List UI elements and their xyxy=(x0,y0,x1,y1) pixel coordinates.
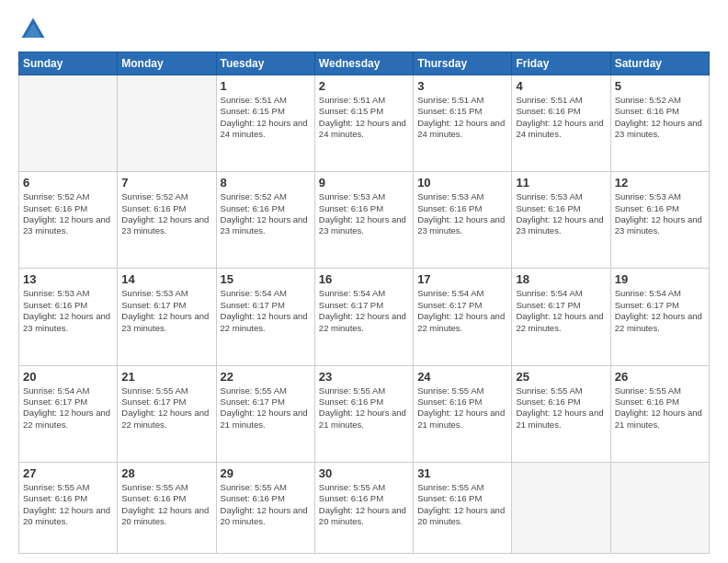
day-number: 20 xyxy=(23,370,113,384)
calendar-cell: 31Sunrise: 5:55 AM Sunset: 6:16 PM Dayli… xyxy=(414,462,512,553)
calendar-cell: 22Sunrise: 5:55 AM Sunset: 6:17 PM Dayli… xyxy=(216,365,314,462)
calendar-cell: 5Sunrise: 5:52 AM Sunset: 6:16 PM Daylig… xyxy=(610,75,709,172)
calendar-cell: 9Sunrise: 5:53 AM Sunset: 6:16 PM Daylig… xyxy=(314,172,413,269)
day-number: 16 xyxy=(319,272,409,286)
cell-details: Sunrise: 5:55 AM Sunset: 6:16 PM Dayligh… xyxy=(516,385,606,431)
cell-details: Sunrise: 5:51 AM Sunset: 6:16 PM Dayligh… xyxy=(516,95,606,140)
cell-details: Sunrise: 5:55 AM Sunset: 6:16 PM Dayligh… xyxy=(221,482,311,527)
cell-details: Sunrise: 5:52 AM Sunset: 6:16 PM Dayligh… xyxy=(121,191,211,236)
calendar-cell: 14Sunrise: 5:53 AM Sunset: 6:17 PM Dayli… xyxy=(118,269,216,365)
calendar-cell: 4Sunrise: 5:51 AM Sunset: 6:16 PM Daylig… xyxy=(512,75,610,172)
calendar-cell: 27Sunrise: 5:55 AM Sunset: 6:16 PM Dayli… xyxy=(19,462,118,553)
calendar-cell: 2Sunrise: 5:51 AM Sunset: 6:15 PM Daylig… xyxy=(314,75,413,172)
cell-details: Sunrise: 5:55 AM Sunset: 6:17 PM Dayligh… xyxy=(121,385,211,431)
cell-details: Sunrise: 5:55 AM Sunset: 6:16 PM Dayligh… xyxy=(417,385,507,431)
calendar-cell: 16Sunrise: 5:54 AM Sunset: 6:17 PM Dayli… xyxy=(314,269,413,365)
day-number: 9 xyxy=(319,176,409,190)
logo-icon xyxy=(18,15,48,44)
cell-details: Sunrise: 5:51 AM Sunset: 6:15 PM Dayligh… xyxy=(319,95,409,140)
day-number: 2 xyxy=(319,79,409,93)
calendar-cell: 6Sunrise: 5:52 AM Sunset: 6:16 PM Daylig… xyxy=(19,172,118,269)
cell-details: Sunrise: 5:52 AM Sunset: 6:16 PM Dayligh… xyxy=(615,95,705,140)
day-number: 25 xyxy=(516,370,606,384)
day-number: 11 xyxy=(516,176,606,190)
calendar-cell: 10Sunrise: 5:53 AM Sunset: 6:16 PM Dayli… xyxy=(414,172,512,269)
weekday-header: Tuesday xyxy=(216,52,314,75)
day-number: 28 xyxy=(121,466,211,480)
calendar-cell: 15Sunrise: 5:54 AM Sunset: 6:17 PM Dayli… xyxy=(216,269,314,365)
cell-details: Sunrise: 5:55 AM Sunset: 6:16 PM Dayligh… xyxy=(615,385,705,431)
cell-details: Sunrise: 5:55 AM Sunset: 6:16 PM Dayligh… xyxy=(23,482,113,527)
cell-details: Sunrise: 5:52 AM Sunset: 6:16 PM Dayligh… xyxy=(221,191,311,236)
calendar-week-row: 20Sunrise: 5:54 AM Sunset: 6:17 PM Dayli… xyxy=(19,365,710,462)
cell-details: Sunrise: 5:55 AM Sunset: 6:17 PM Dayligh… xyxy=(221,385,311,431)
cell-details: Sunrise: 5:53 AM Sunset: 6:16 PM Dayligh… xyxy=(516,191,606,236)
day-number: 10 xyxy=(417,176,507,190)
cell-details: Sunrise: 5:53 AM Sunset: 6:16 PM Dayligh… xyxy=(23,288,113,333)
day-number: 27 xyxy=(23,466,113,480)
calendar-cell: 12Sunrise: 5:53 AM Sunset: 6:16 PM Dayli… xyxy=(610,172,709,269)
calendar-cell: 1Sunrise: 5:51 AM Sunset: 6:15 PM Daylig… xyxy=(216,75,314,172)
calendar-cell: 24Sunrise: 5:55 AM Sunset: 6:16 PM Dayli… xyxy=(414,365,512,462)
weekday-header: Friday xyxy=(512,52,610,75)
cell-details: Sunrise: 5:55 AM Sunset: 6:16 PM Dayligh… xyxy=(319,385,409,431)
day-number: 4 xyxy=(516,79,606,93)
day-number: 17 xyxy=(417,272,507,286)
day-number: 8 xyxy=(221,176,311,190)
day-number: 22 xyxy=(221,370,311,384)
cell-details: Sunrise: 5:53 AM Sunset: 6:17 PM Dayligh… xyxy=(121,288,211,333)
day-number: 6 xyxy=(23,176,113,190)
day-number: 1 xyxy=(221,79,311,93)
day-number: 31 xyxy=(417,466,507,480)
logo xyxy=(18,15,51,44)
calendar-week-row: 6Sunrise: 5:52 AM Sunset: 6:16 PM Daylig… xyxy=(19,172,710,269)
day-number: 14 xyxy=(121,272,211,286)
calendar-cell: 7Sunrise: 5:52 AM Sunset: 6:16 PM Daylig… xyxy=(118,172,216,269)
cell-details: Sunrise: 5:53 AM Sunset: 6:16 PM Dayligh… xyxy=(319,191,409,236)
day-number: 26 xyxy=(615,370,705,384)
cell-details: Sunrise: 5:54 AM Sunset: 6:17 PM Dayligh… xyxy=(615,288,705,333)
cell-details: Sunrise: 5:52 AM Sunset: 6:16 PM Dayligh… xyxy=(23,191,113,236)
day-number: 13 xyxy=(23,272,113,286)
calendar-cell: 29Sunrise: 5:55 AM Sunset: 6:16 PM Dayli… xyxy=(216,462,314,553)
weekday-header: Thursday xyxy=(414,52,512,75)
calendar-cell: 18Sunrise: 5:54 AM Sunset: 6:17 PM Dayli… xyxy=(512,269,610,365)
cell-details: Sunrise: 5:54 AM Sunset: 6:17 PM Dayligh… xyxy=(221,288,311,333)
calendar-table: SundayMondayTuesdayWednesdayThursdayFrid… xyxy=(18,52,710,554)
calendar-cell: 13Sunrise: 5:53 AM Sunset: 6:16 PM Dayli… xyxy=(19,269,118,365)
cell-details: Sunrise: 5:54 AM Sunset: 6:17 PM Dayligh… xyxy=(319,288,409,333)
cell-details: Sunrise: 5:53 AM Sunset: 6:16 PM Dayligh… xyxy=(417,191,507,236)
calendar-cell xyxy=(118,75,216,172)
day-number: 21 xyxy=(121,370,211,384)
day-number: 23 xyxy=(319,370,409,384)
day-number: 12 xyxy=(615,176,705,190)
weekday-header: Monday xyxy=(118,52,216,75)
calendar-cell: 20Sunrise: 5:54 AM Sunset: 6:17 PM Dayli… xyxy=(19,365,118,462)
calendar-cell: 8Sunrise: 5:52 AM Sunset: 6:16 PM Daylig… xyxy=(216,172,314,269)
weekday-header-row: SundayMondayTuesdayWednesdayThursdayFrid… xyxy=(19,52,710,75)
calendar-week-row: 13Sunrise: 5:53 AM Sunset: 6:16 PM Dayli… xyxy=(19,269,710,365)
day-number: 29 xyxy=(221,466,311,480)
weekday-header: Sunday xyxy=(19,52,118,75)
day-number: 7 xyxy=(121,176,211,190)
calendar-cell: 30Sunrise: 5:55 AM Sunset: 6:16 PM Dayli… xyxy=(314,462,413,553)
calendar-cell xyxy=(19,75,118,172)
cell-details: Sunrise: 5:51 AM Sunset: 6:15 PM Dayligh… xyxy=(221,95,311,140)
calendar-week-row: 1Sunrise: 5:51 AM Sunset: 6:15 PM Daylig… xyxy=(19,75,710,172)
calendar-cell: 3Sunrise: 5:51 AM Sunset: 6:15 PM Daylig… xyxy=(414,75,512,172)
calendar-cell: 26Sunrise: 5:55 AM Sunset: 6:16 PM Dayli… xyxy=(610,365,709,462)
calendar-page: SundayMondayTuesdayWednesdayThursdayFrid… xyxy=(0,0,728,563)
cell-details: Sunrise: 5:51 AM Sunset: 6:15 PM Dayligh… xyxy=(417,95,507,140)
day-number: 19 xyxy=(615,272,705,286)
calendar-cell: 28Sunrise: 5:55 AM Sunset: 6:16 PM Dayli… xyxy=(118,462,216,553)
cell-details: Sunrise: 5:53 AM Sunset: 6:16 PM Dayligh… xyxy=(615,191,705,236)
cell-details: Sunrise: 5:55 AM Sunset: 6:16 PM Dayligh… xyxy=(417,482,507,527)
calendar-cell: 19Sunrise: 5:54 AM Sunset: 6:17 PM Dayli… xyxy=(610,269,709,365)
day-number: 5 xyxy=(615,79,705,93)
calendar-cell xyxy=(610,462,709,553)
cell-details: Sunrise: 5:54 AM Sunset: 6:17 PM Dayligh… xyxy=(516,288,606,333)
page-header xyxy=(18,15,710,44)
calendar-week-row: 27Sunrise: 5:55 AM Sunset: 6:16 PM Dayli… xyxy=(19,462,710,553)
day-number: 3 xyxy=(417,79,507,93)
calendar-cell: 11Sunrise: 5:53 AM Sunset: 6:16 PM Dayli… xyxy=(512,172,610,269)
